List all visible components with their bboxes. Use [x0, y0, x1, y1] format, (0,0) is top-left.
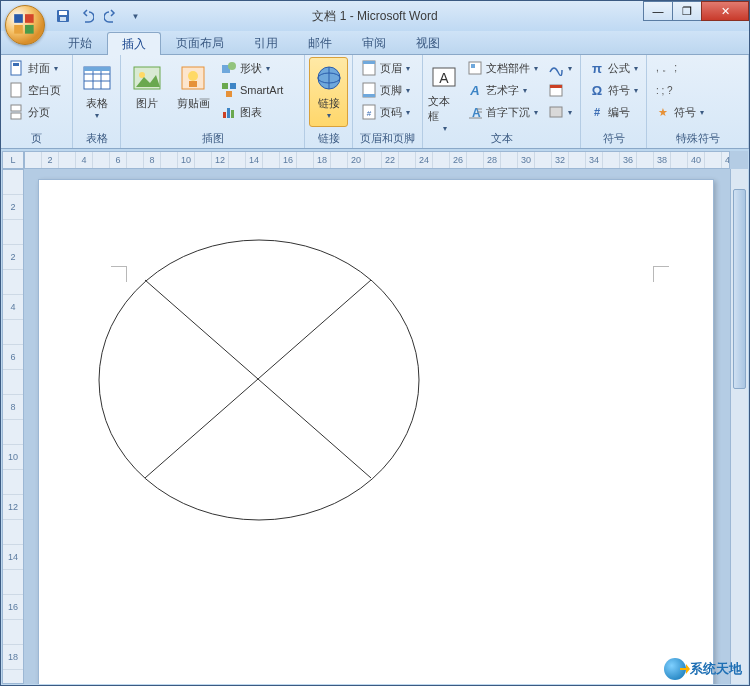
table-button[interactable]: 表格▾ [77, 57, 116, 127]
ruler-corner[interactable]: L [2, 151, 24, 169]
number-button[interactable]: #编号 [585, 101, 642, 123]
office-button[interactable] [5, 5, 45, 45]
svg-rect-51 [550, 107, 562, 117]
textbox-button[interactable]: A 文本框▾ [427, 57, 461, 127]
smartart-button[interactable]: SmartArt [217, 79, 287, 101]
wordart-icon: A [467, 82, 483, 98]
symbol-button[interactable]: Ω符号▾ [585, 79, 642, 101]
table-icon [81, 62, 113, 94]
group-links-label: 链接 [309, 130, 348, 148]
link-button[interactable]: 链接▾ [309, 57, 348, 127]
maximize-button[interactable]: ❐ [672, 1, 702, 21]
svg-point-24 [228, 62, 236, 70]
object-icon [548, 104, 564, 120]
qat-customize[interactable]: ▼ [125, 6, 145, 26]
picture-button[interactable]: 图片 [125, 57, 169, 127]
picture-icon [131, 62, 163, 94]
svg-rect-25 [222, 83, 228, 89]
svg-rect-27 [226, 91, 232, 97]
date-time-button[interactable] [544, 79, 576, 101]
group-pages-label: 页 [5, 130, 68, 148]
tab-review[interactable]: 审阅 [347, 31, 401, 54]
svg-text:A: A [469, 83, 479, 98]
page[interactable] [38, 179, 714, 684]
blank-page-button[interactable]: 空白页 [5, 79, 65, 101]
watermark-text: 系统天地 [690, 660, 742, 678]
svg-rect-5 [59, 11, 67, 15]
quick-parts-icon [467, 60, 483, 76]
window-controls: — ❐ ✕ [644, 1, 749, 21]
group-symbols: π公式▾ Ω符号▾ #编号 符号 [581, 55, 647, 148]
cover-page-icon [9, 60, 25, 76]
svg-rect-28 [223, 112, 226, 118]
blank-page-icon [9, 82, 25, 98]
svg-text:#: # [367, 109, 372, 118]
equation-button[interactable]: π公式▾ [585, 57, 642, 79]
group-special-symbols: , 。 ; : ; ? ★符号▾ 特殊符号 [647, 55, 749, 148]
clipart-button[interactable]: 剪贴画 [171, 57, 215, 127]
shapes-button[interactable]: 形状▾ [217, 57, 287, 79]
footer-icon [361, 82, 377, 98]
redo-button[interactable] [101, 6, 121, 26]
svg-rect-30 [231, 110, 234, 118]
tab-home[interactable]: 开始 [53, 31, 107, 54]
undo-button[interactable] [77, 6, 97, 26]
textbox-icon: A [428, 62, 460, 92]
page-break-button[interactable]: 分页 [5, 101, 65, 123]
wordart-button[interactable]: A艺术字▾ [463, 79, 542, 101]
svg-point-19 [139, 72, 145, 78]
svg-rect-29 [227, 108, 230, 118]
drop-cap-icon: A [467, 104, 483, 120]
svg-rect-26 [230, 83, 236, 89]
ribbon-tabs: 开始 插入 页面布局 引用 邮件 审阅 视图 [1, 31, 749, 55]
signature-icon [548, 60, 564, 76]
svg-rect-17 [84, 67, 110, 71]
vertical-scrollbar[interactable] [730, 169, 748, 684]
close-button[interactable]: ✕ [701, 1, 749, 21]
margin-mark-tr [653, 266, 669, 282]
header-button[interactable]: 页眉▾ [357, 57, 414, 79]
object-button[interactable]: ▾ [544, 101, 576, 123]
group-text: A 文本框▾ 文档部件▾ A艺术字▾ A首字下沉▾ ▾ ▾ 文本 [423, 55, 581, 148]
tab-page-layout[interactable]: 页面布局 [161, 31, 239, 54]
special-symbol-button[interactable]: ★符号▾ [651, 101, 708, 123]
special-row2[interactable]: : ; ? [651, 79, 708, 101]
svg-rect-35 [363, 61, 375, 64]
page-break-icon [9, 104, 25, 120]
smartart-icon [221, 82, 237, 98]
titlebar: ▼ 文档 1 - Microsoft Word — ❐ ✕ [1, 1, 749, 31]
svg-rect-37 [363, 94, 375, 97]
quick-access-toolbar: ▼ [53, 6, 145, 26]
tab-view[interactable]: 视图 [401, 31, 455, 54]
chart-button[interactable]: 图表 [217, 101, 287, 123]
save-button[interactable] [53, 6, 73, 26]
vertical-ruler[interactable]: 22468101214161820 [2, 169, 24, 684]
svg-rect-1 [25, 14, 34, 23]
watermark: 系统天地 [664, 658, 742, 680]
scroll-thumb[interactable] [733, 189, 746, 389]
ribbon: 封面▾ 空白页 分页 页 表格▾ 表格 图片 [1, 55, 749, 149]
svg-text:A: A [439, 70, 449, 86]
special-symbol-icon: ★ [655, 104, 671, 120]
svg-point-21 [188, 71, 198, 81]
tab-mailings[interactable]: 邮件 [293, 31, 347, 54]
signature-line-button[interactable]: ▾ [544, 57, 576, 79]
svg-rect-3 [25, 25, 34, 34]
tab-insert[interactable]: 插入 [107, 32, 161, 55]
minimize-button[interactable]: — [643, 1, 673, 21]
number-icon: # [589, 104, 605, 120]
special-row1[interactable]: , 。 ; [651, 57, 708, 79]
svg-rect-8 [13, 63, 19, 66]
page-number-button[interactable]: #页码▾ [357, 101, 414, 123]
cover-page-button[interactable]: 封面▾ [5, 57, 65, 79]
drawing-shapes[interactable] [89, 230, 429, 540]
drop-cap-button[interactable]: A首字下沉▾ [463, 101, 542, 123]
tab-references[interactable]: 引用 [239, 31, 293, 54]
quick-parts-button[interactable]: 文档部件▾ [463, 57, 542, 79]
svg-rect-22 [189, 81, 197, 87]
horizontal-ruler[interactable]: 2468101214161820222426283032343638404244… [24, 151, 730, 169]
footer-button[interactable]: 页脚▾ [357, 79, 414, 101]
symbol-icon: Ω [589, 82, 605, 98]
document-area[interactable] [24, 169, 730, 684]
clipart-icon [177, 62, 209, 94]
